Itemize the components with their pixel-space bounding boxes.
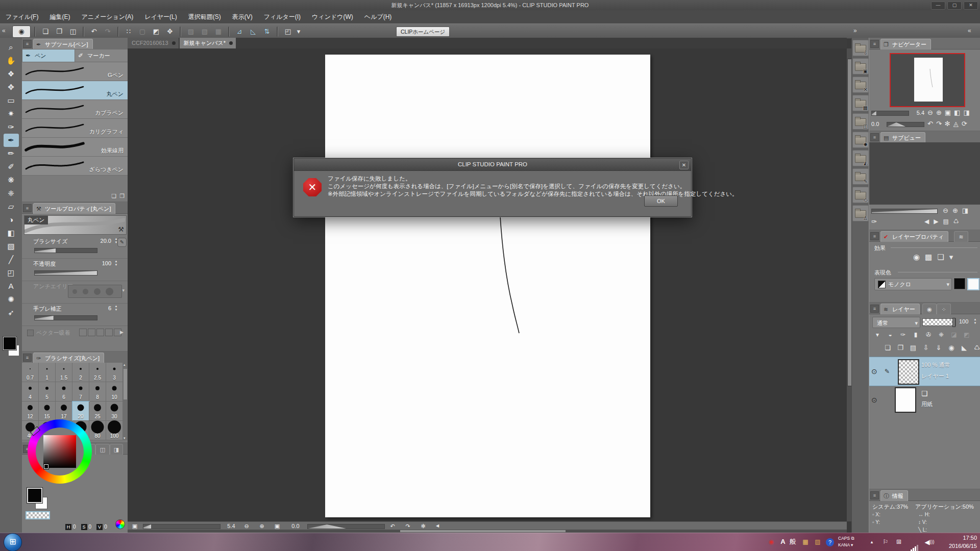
sv-marker[interactable] — [44, 464, 48, 469]
layer-comment-tab[interactable]: ⁘ — [937, 304, 951, 314]
opacity-spinner[interactable]: ▲▼ — [114, 260, 118, 266]
subtool-panel-tab[interactable]: ✒ サブツール[ペン] — [33, 39, 93, 49]
brush-size-cell[interactable]: 4 — [22, 382, 39, 402]
ok-button[interactable]: OK — [644, 195, 678, 207]
brush-size-cell[interactable]: 6 — [56, 382, 72, 402]
brush-size-cell[interactable]: 7 — [72, 382, 89, 402]
brush-size-cell[interactable]: 17 — [56, 402, 72, 421]
zoom-tool[interactable]: ⌕ — [4, 41, 19, 54]
brush-size-cell[interactable]: 1.5 — [56, 363, 72, 382]
clock[interactable]: 17:50 2016/06/15 — [940, 533, 977, 551]
menu-item[interactable]: 編集(E) — [44, 10, 76, 23]
tone-effect-icon[interactable]: ▩ — [925, 253, 932, 262]
subview-trash-icon[interactable]: ♺ — [953, 218, 959, 225]
selection-launcher-button[interactable]: ▦ — [212, 26, 225, 37]
nav-reset-rotate-icon[interactable]: ✻ — [945, 120, 950, 128]
subview-zoom-in-icon[interactable]: ⊕ — [952, 207, 958, 214]
navigator-preview[interactable] — [890, 53, 965, 107]
paper-thumbnail[interactable] — [895, 387, 916, 413]
blend-tool[interactable]: ◑ — [4, 213, 19, 227]
start-button[interactable]: ⊞ — [4, 533, 22, 551]
brush-size-scrollbar[interactable]: ▴ ▾ — [123, 363, 128, 440]
reference-layer-icon[interactable]: ✑ — [898, 330, 908, 339]
subtool-item[interactable]: カブラペン — [22, 100, 128, 119]
layer-opacity-slider[interactable] — [922, 318, 956, 326]
subview-viewport[interactable] — [869, 142, 980, 205]
canvas-area[interactable] — [128, 48, 847, 521]
clip-studio-button[interactable]: ◉ — [12, 26, 31, 38]
lock-layer-icon[interactable]: ✇ — [923, 330, 934, 339]
status-rotate-left-icon[interactable]: ↶ — [388, 522, 397, 530]
border-effect-icon[interactable]: ◉ — [913, 253, 920, 262]
transform-button[interactable]: ✥ — [164, 26, 176, 37]
antialias-middle-icon[interactable] — [94, 288, 101, 295]
airbrush-tool[interactable]: ❋ — [4, 173, 19, 187]
ime-help-icon[interactable]: ? — [825, 533, 835, 551]
stabilization-spinner[interactable]: ▲▼ — [114, 305, 118, 311]
saturation-value-square[interactable] — [43, 435, 76, 468]
tone-materials-folder[interactable]: ▩ — [852, 95, 869, 111]
brush-size-unit-icon[interactable]: ✎ — [117, 238, 127, 247]
wrench-icon[interactable]: ⚒ — [118, 226, 124, 233]
subview-open-icon[interactable]: ▤ — [943, 218, 948, 225]
brush-size-cell[interactable]: 2 — [72, 363, 89, 382]
layer-row-paper[interactable]: ⊙ ❏ 用紙 — [869, 385, 980, 415]
navigator-tab[interactable]: ❐ ナビゲーター — [880, 39, 931, 49]
collapse-left-icon[interactable]: « — [2, 27, 6, 34]
subtool-item[interactable]: 効果線用 — [22, 138, 128, 157]
text-tool[interactable]: A — [4, 280, 19, 293]
navigator-zoom-slider[interactable] — [871, 111, 909, 116]
brush-size-cell[interactable]: 12 — [22, 402, 39, 421]
menu-item[interactable]: フィルター(I) — [258, 10, 306, 23]
ime-mode-indicator[interactable]: 般 — [788, 533, 797, 551]
tab-close-dot[interactable] — [172, 41, 176, 45]
layer-name[interactable]: 用紙 — [921, 400, 933, 408]
menu-item[interactable]: ファイル(F) — [0, 10, 44, 23]
layer-color-icon[interactable]: ❏ — [937, 253, 944, 262]
antialias-options[interactable] — [68, 285, 122, 298]
antialias-weak-icon[interactable] — [83, 289, 88, 294]
create-mask-icon[interactable]: ◉ — [946, 343, 957, 353]
menu-item[interactable]: 表示(V) — [227, 10, 258, 23]
move-layer-tool[interactable]: ✥ — [4, 81, 19, 94]
selection-fill-button[interactable]: ▧ — [199, 26, 211, 37]
nav-fit-icon[interactable]: ▣ — [945, 109, 951, 116]
ime-alpha-indicator[interactable]: A — [779, 533, 787, 551]
menu-item[interactable]: レイヤー(L) — [139, 10, 183, 23]
color-pattern-materials-folder[interactable]: ▣ — [852, 58, 869, 74]
status-zoom-out-icon[interactable]: ⊖ — [242, 522, 251, 530]
intermediate-color-tab[interactable]: ◨ — [110, 444, 123, 455]
scroll-up-icon[interactable]: ▴ — [124, 363, 126, 367]
antialias-none-icon[interactable] — [72, 289, 77, 294]
minimize-button[interactable]: — — [931, 2, 945, 10]
deselect-button[interactable]: ∷ — [122, 26, 135, 37]
vector-snap-checkbox[interactable] — [27, 330, 34, 336]
layer-property-tab[interactable]: ✔ レイヤープロパティ — [880, 231, 948, 242]
brush-size-cell[interactable]: 1 — [39, 363, 56, 382]
scroll-down-icon[interactable]: ▾ — [124, 436, 126, 440]
eyedropper-tool[interactable]: ✑ — [4, 120, 19, 134]
caps-kana-indicator[interactable]: CAPS ⧉ KANA ▾ — [838, 533, 861, 551]
vector-snap-expand-icon[interactable]: ▶ — [120, 330, 124, 335]
color-set-tab[interactable]: ◫ — [95, 444, 110, 455]
screen-mode-dropdown[interactable]: ▾ — [296, 26, 302, 37]
network-icon[interactable] — [909, 533, 921, 551]
blend-mode-dropdown[interactable]: 通常 ▾ — [872, 317, 920, 328]
antialias-strong-icon[interactable] — [106, 288, 113, 295]
nav-flip-horizontal-icon[interactable]: ◧ — [954, 109, 960, 116]
dialog-title-bar[interactable]: CLIP STUDIO PAINT PRO — [294, 159, 691, 171]
undo-button[interactable]: ↶ — [88, 26, 100, 37]
enable-mask-icon[interactable]: ◪ — [949, 330, 959, 339]
selection-border-button[interactable]: ▨ — [185, 26, 197, 37]
panel-collapse-icon[interactable]: « — [968, 27, 971, 34]
layer-paw-tab[interactable]: ◉ — [922, 304, 937, 314]
effect-materials-folder[interactable]: ✸ — [852, 132, 869, 148]
eraser-tool[interactable]: ▱ — [4, 200, 19, 213]
pen-tool[interactable]: ✒ — [4, 134, 19, 147]
snap-ruler-button[interactable]: ⊿ — [233, 26, 246, 37]
nav-flip-vertical-icon[interactable]: ◨ — [963, 109, 969, 116]
duplicate-subtool-icon[interactable]: ❐ — [119, 193, 125, 199]
layer-visible-icon[interactable]: ⊙ — [871, 367, 877, 375]
brush-size-cell[interactable]: 5 — [39, 382, 56, 402]
menu-item[interactable]: 選択範囲(S) — [183, 10, 227, 23]
